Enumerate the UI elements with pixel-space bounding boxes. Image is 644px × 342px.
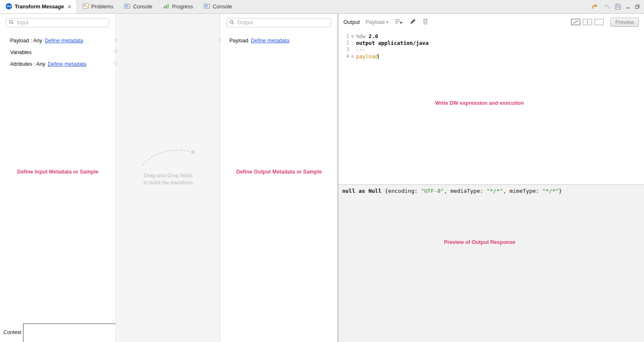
tab-label: Console [213,4,232,10]
editor-header: Output Payload ▾ [338,14,644,30]
drag-drop-hint: Drag-and-Drop fields to build the transf… [139,144,197,187]
payload-label: Payload [229,38,248,44]
tree-row-attributes[interactable]: Attributes : Any Define metadata [10,58,113,70]
pencil-icon [410,18,416,26]
dataweave-icon [5,3,12,11]
view-mode-code-only-button[interactable] [571,19,580,25]
progress-icon [163,3,169,10]
attributes-label: Attributes : Any [10,61,45,67]
output-annotation: Define Output Metadata or Sample [221,169,338,175]
tab-progress[interactable]: Progress [158,0,198,13]
context-tab-area: Context [0,324,116,342]
output-panel: Payload Define metadata Define Output Me… [221,14,338,342]
trash-icon [423,18,428,26]
connector-dot[interactable] [218,39,221,41]
code-line: 2 output application/java [338,39,644,46]
connector-dot[interactable] [114,39,117,41]
context-tab-border [23,324,116,324]
tree-row-output-payload[interactable]: Payload Define metadata [229,35,335,47]
code-token: --- [356,47,366,53]
line-number: 3 [338,47,349,52]
define-metadata-link[interactable]: Define metadata [44,38,83,44]
tab-console-2[interactable]: Console [198,0,237,13]
code-line: 3 --- [338,46,644,53]
output-direction-label: Output [343,19,360,25]
line-number: 2 [338,40,349,46]
tab-label: Progress [172,4,193,10]
console-icon [204,3,210,10]
input-annotation: Define Input Metadata or Sample [0,169,116,175]
edit-target-button[interactable] [410,18,416,26]
define-metadata-link[interactable]: Define metadata [251,38,289,44]
editor-panel: Output Payload ▾ [338,14,644,342]
delete-target-button[interactable] [423,18,428,26]
chevron-down-icon: ▾ [386,20,388,24]
tab-console-1[interactable]: Console [119,0,158,13]
line-number: 1 [338,33,349,39]
preview-pane: null as Null {encoding: "UTF-8", mediaTy… [338,184,644,342]
tab-label: Console [133,4,152,10]
text-cursor [378,54,379,59]
tab-context[interactable]: Context [3,329,21,335]
input-tree: Payload : Any Define metadata Variables … [10,35,113,70]
fold-icon[interactable]: ⊖ [349,54,356,59]
output-tree: Payload Define metadata [229,35,335,47]
connector-dot[interactable] [114,50,117,53]
redo-icon[interactable] [603,3,610,10]
input-panel: Payload : Any Define metadata Variables … [0,14,116,342]
restore-icon[interactable] [635,4,640,9]
code-token: %dw [356,33,369,39]
view-tabbar: Transform Message × Problems Console Pro… [0,0,644,14]
output-search-input[interactable] [236,19,328,26]
drag-drop-hint-line2: to build the transform [139,179,197,187]
code-token: 2.0 [369,33,378,39]
target-dropdown[interactable]: Payload ▾ [366,19,388,25]
tab-problems[interactable]: Problems [77,0,119,13]
line-number: 4 [338,53,349,59]
code-line: 4 ⊖ payload [338,53,644,60]
view-mode-split-button[interactable] [583,19,592,25]
variables-label: Variables [10,49,31,55]
transform-message-editor: Transform Message × Problems Console Pro… [0,0,644,342]
add-target-button[interactable] [395,18,403,26]
fold-icon[interactable]: ⊖ [349,34,356,39]
minimize-icon[interactable] [626,4,631,9]
input-search-input[interactable] [16,19,106,26]
console-icon [124,3,130,10]
tab-transform-message[interactable]: Transform Message × [0,0,77,13]
tab-label: Problems [91,4,114,10]
view-mode-split-icon [584,19,590,25]
drag-drop-hint-line1: Drag-and-Drop fields [139,172,197,179]
code-token: application/java [378,40,428,46]
preview-output-value: null as Null {encoding: "UTF-8", mediaTy… [338,185,644,194]
problems-icon [83,3,89,10]
connector-dot[interactable] [114,62,117,65]
drag-drop-arrow-icon [139,144,197,169]
editor-annotation: Write DW expression and execution [338,100,621,106]
code-token: output [356,40,378,46]
payload-label: Payload : Any [10,38,42,44]
preview-button[interactable]: Preview [610,18,639,27]
view-mode-full-icon [596,19,602,25]
output-search-box[interactable] [226,18,331,27]
code-line: 1 ⊖ %dw 2.0 [338,33,644,39]
close-icon[interactable]: × [68,4,71,10]
add-target-icon [395,18,403,26]
undo-icon[interactable] [591,3,599,10]
context-tab-border [23,324,23,342]
target-dropdown-label: Payload [366,19,384,25]
tree-row-variables[interactable]: Variables [10,47,113,58]
dataweave-code-editor[interactable]: 1 ⊖ %dw 2.0 2 output application/java 3 … [338,30,644,184]
save-icon[interactable] [615,3,621,10]
tab-label: Transform Message [15,4,64,10]
tree-row-payload[interactable]: Payload : Any Define metadata [10,35,113,47]
define-metadata-link[interactable]: Define metadata [48,61,86,67]
mapping-panel[interactable]: Drag-and-Drop fields to build the transf… [117,14,220,342]
view-mode-code-only-icon [573,19,579,25]
input-search-box[interactable] [6,18,109,27]
preview-annotation: Preview of Output Response [338,239,621,245]
search-icon [229,20,234,26]
toolbar-right [591,0,644,13]
view-mode-full-button[interactable] [595,19,604,25]
code-token: payload [356,53,378,60]
